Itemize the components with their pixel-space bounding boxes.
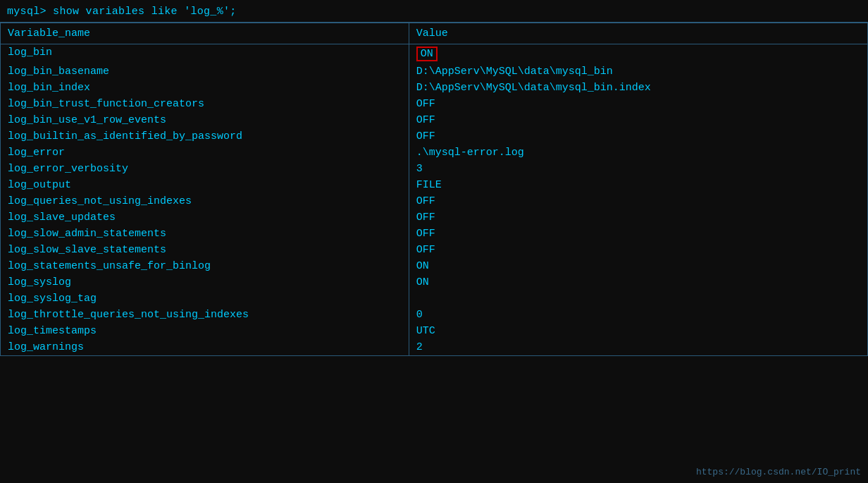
variable-value-cell: ON [409, 44, 867, 64]
variable-value-cell: OFF [409, 209, 867, 226]
table-row: log_bin_use_v1_row_eventsOFF [1, 112, 867, 128]
table-row: log_slow_admin_statementsOFF [1, 226, 867, 242]
table-row: log_syslog_tag [1, 291, 867, 307]
table-row: log_bin_trust_function_creatorsOFF [1, 96, 867, 112]
variable-value-cell: OFF [409, 96, 867, 112]
variable-value-cell: OFF [409, 193, 867, 209]
table-row: log_outputFILE [1, 177, 867, 193]
variable-name-cell: log_output [1, 177, 409, 193]
variable-name-cell: log_bin_basename [1, 63, 409, 80]
variable-name-cell: log_error [1, 145, 409, 161]
table-row: log_error.\mysql-error.log [1, 145, 867, 161]
variable-name-cell: log_slow_slave_statements [1, 242, 409, 258]
highlighted-value: ON [416, 47, 438, 61]
variable-name-cell: log_slave_updates [1, 209, 409, 226]
variable-value-cell: D:\AppServ\MySQL\data\mysql_bin [409, 63, 867, 80]
table-row: log_error_verbosity3 [1, 161, 867, 177]
table-row: log_bin_indexD:\AppServ\MySQL\data\mysql… [1, 80, 867, 96]
variable-value-cell: 2 [409, 339, 867, 355]
terminal-window: mysql> show variables like 'log_%'; Vari… [0, 0, 868, 483]
col-header-variable: Variable_name [1, 23, 409, 44]
variable-name-cell: log_builtin_as_identified_by_password [1, 128, 409, 145]
variable-name-cell: log_bin_index [1, 80, 409, 96]
table-row: log_queries_not_using_indexesOFF [1, 193, 867, 209]
variables-table: Variable_name Value log_binONlog_bin_bas… [1, 23, 867, 355]
table-wrapper: Variable_name Value log_binONlog_bin_bas… [0, 22, 868, 356]
variable-value-cell: FILE [409, 177, 867, 193]
table-row: log_builtin_as_identified_by_passwordOFF [1, 128, 867, 145]
table-body: log_binONlog_bin_basenameD:\AppServ\MySQ… [1, 44, 867, 356]
table-row: log_bin_basenameD:\AppServ\MySQL\data\my… [1, 63, 867, 80]
variable-value-cell [409, 291, 867, 307]
variable-name-cell: log_bin_use_v1_row_events [1, 112, 409, 128]
variable-name-cell: log_timestamps [1, 323, 409, 339]
variable-name-cell: log_slow_admin_statements [1, 226, 409, 242]
variable-value-cell: UTC [409, 323, 867, 339]
variable-value-cell: D:\AppServ\MySQL\data\mysql_bin.index [409, 80, 867, 96]
table-header-row: Variable_name Value [1, 23, 867, 44]
table-row: log_statements_unsafe_for_binlogON [1, 258, 867, 274]
variable-name-cell: log_queries_not_using_indexes [1, 193, 409, 209]
variable-name-cell: log_syslog [1, 274, 409, 291]
table-row: log_throttle_queries_not_using_indexes0 [1, 307, 867, 323]
variable-name-cell: log_error_verbosity [1, 161, 409, 177]
variable-value-cell: 3 [409, 161, 867, 177]
variable-value-cell: OFF [409, 112, 867, 128]
variable-name-cell: log_warnings [1, 339, 409, 355]
variable-name-cell: log_syslog_tag [1, 291, 409, 307]
variable-value-cell: ON [409, 274, 867, 291]
table-row: log_slave_updatesOFF [1, 209, 867, 226]
table-row: log_timestampsUTC [1, 323, 867, 339]
watermark: https://blog.csdn.net/IO_print [696, 467, 861, 477]
table-row: log_warnings2 [1, 339, 867, 355]
variable-name-cell: log_throttle_queries_not_using_indexes [1, 307, 409, 323]
variable-name-cell: log_bin_trust_function_creators [1, 96, 409, 112]
variable-value-cell: OFF [409, 128, 867, 145]
variable-value-cell: OFF [409, 242, 867, 258]
table-row: log_syslogON [1, 274, 867, 291]
variable-value-cell: .\mysql-error.log [409, 145, 867, 161]
variable-name-cell: log_bin [1, 44, 409, 64]
table-row: log_binON [1, 44, 867, 64]
table-row: log_slow_slave_statementsOFF [1, 242, 867, 258]
variable-value-cell: ON [409, 258, 867, 274]
col-header-value: Value [409, 23, 867, 44]
variable-value-cell: 0 [409, 307, 867, 323]
variable-name-cell: log_statements_unsafe_for_binlog [1, 258, 409, 274]
prompt-line: mysql> show variables like 'log_%'; [0, 0, 868, 22]
variable-value-cell: OFF [409, 226, 867, 242]
